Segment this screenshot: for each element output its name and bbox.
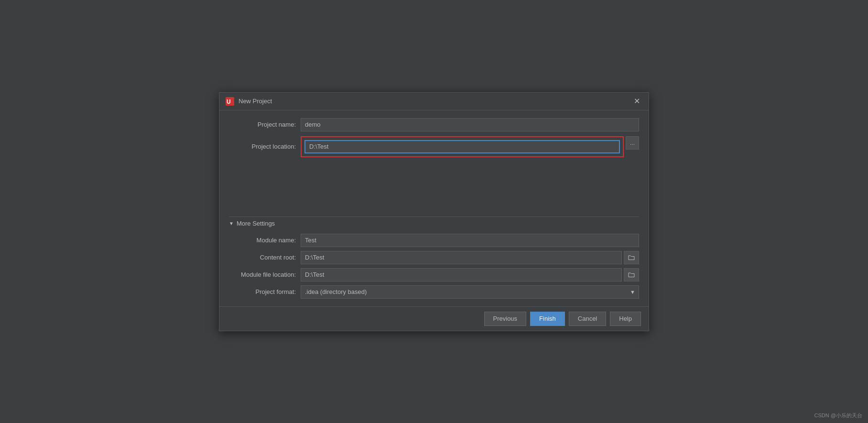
- svg-text:U: U: [227, 98, 231, 105]
- more-settings-header[interactable]: ▼ More Settings: [229, 217, 639, 230]
- dialog-title: New Project: [239, 98, 272, 105]
- browse-button[interactable]: ...: [626, 136, 639, 150]
- dialog-footer: Previous Finish Cancel Help: [219, 306, 649, 331]
- module-file-input[interactable]: [301, 268, 622, 282]
- content-root-label: Content root:: [229, 254, 296, 261]
- module-file-input-wrap: [301, 268, 639, 282]
- app-icon: U: [225, 97, 235, 106]
- project-format-row: Project format: .idea (directory based) …: [229, 285, 639, 299]
- module-name-row: Module name:: [229, 234, 639, 247]
- previous-button[interactable]: Previous: [484, 312, 527, 326]
- project-format-select[interactable]: .idea (directory based) .ipr (file based…: [301, 285, 639, 299]
- project-name-input-wrap: [301, 118, 639, 131]
- expand-icon: ▼: [229, 221, 234, 226]
- module-name-input-wrap: [301, 234, 639, 247]
- content-root-browse-button[interactable]: [624, 251, 639, 264]
- new-project-dialog: U New Project ✕ Project name: Project lo…: [219, 92, 649, 331]
- project-location-label: Project location:: [229, 143, 296, 150]
- title-bar: U New Project ✕: [219, 93, 649, 110]
- project-format-select-wrap: .idea (directory based) .ipr (file based…: [301, 285, 639, 299]
- project-format-dropdown-wrap: .idea (directory based) .ipr (file based…: [301, 285, 639, 299]
- project-format-label: Project format:: [229, 288, 296, 295]
- settings-rows: Module name: Content root:: [229, 234, 639, 299]
- cancel-button[interactable]: Cancel: [569, 312, 606, 326]
- location-highlight-box: [301, 136, 624, 157]
- help-button[interactable]: Help: [610, 312, 641, 326]
- content-root-input[interactable]: [301, 251, 622, 264]
- project-location-row: Project location: ...: [229, 136, 639, 157]
- project-name-row: Project name:: [229, 118, 639, 131]
- close-button[interactable]: ✕: [631, 97, 643, 106]
- content-root-input-wrap: [301, 251, 639, 264]
- module-name-label: Module name:: [229, 237, 296, 244]
- module-name-input[interactable]: [301, 234, 639, 247]
- finish-button[interactable]: Finish: [530, 312, 565, 326]
- content-root-row: Content root:: [229, 251, 639, 264]
- project-name-input[interactable]: [301, 118, 639, 131]
- watermark: CSDN @小乐的天台: [814, 412, 862, 419]
- dialog-body: Project name: Project location: ... ▼ Mo…: [219, 110, 649, 306]
- project-name-label: Project name:: [229, 121, 296, 128]
- project-location-input[interactable]: [304, 140, 620, 153]
- more-settings-label: More Settings: [237, 220, 275, 227]
- spacer: [229, 162, 639, 208]
- module-file-browse-button[interactable]: [624, 268, 639, 282]
- more-settings-section: ▼ More Settings Module name: Content roo…: [229, 217, 639, 299]
- title-bar-left: U New Project: [225, 97, 272, 106]
- module-file-label: Module file location:: [229, 271, 296, 278]
- module-file-row: Module file location:: [229, 268, 639, 282]
